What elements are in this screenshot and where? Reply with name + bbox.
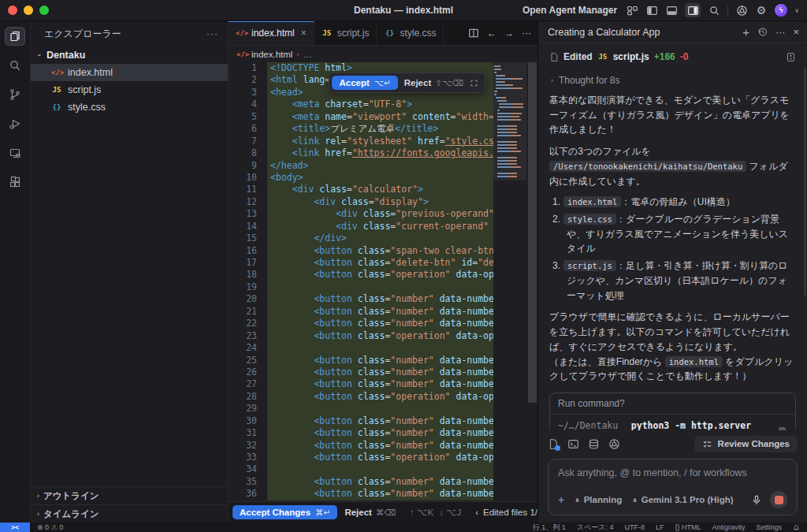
nav-back-icon[interactable]: ←	[487, 28, 496, 39]
settings-gear-icon[interactable]: ⚙	[755, 4, 768, 17]
zoom-window-button[interactable]	[39, 6, 49, 15]
terminal-icon[interactable]	[567, 438, 579, 450]
file-style.css[interactable]: {}style.css	[31, 99, 228, 116]
prev-change-button[interactable]: ↑ ⌥K	[410, 507, 433, 518]
file-script.js[interactable]: JSscript.js	[31, 81, 228, 99]
browser-preview-icon[interactable]	[608, 438, 620, 450]
conversation-scroll[interactable]: Edited JS script.js +166 -0 › Thought fo…	[538, 43, 807, 430]
statusbar-item[interactable]: スペース: 4	[577, 523, 614, 532]
model-selector[interactable]: ∧ Gemini 3.1 Pro (High)	[632, 495, 733, 504]
statusbar-item[interactable]: Settings	[756, 523, 782, 531]
run-debug-icon[interactable]	[5, 114, 25, 133]
review-changes-button[interactable]: Review Changes	[694, 436, 798, 452]
notifications-bell-icon[interactable]	[793, 524, 800, 531]
panel-scrollbar[interactable]	[804, 67, 806, 296]
new-conversation-icon[interactable]: +	[742, 25, 749, 39]
code-line: 5 <meta name="viewport" content="width=d…	[229, 111, 537, 123]
search-sidebar-icon[interactable]	[5, 56, 25, 75]
mode-selector[interactable]: ∧ Planning	[575, 495, 622, 504]
statusbar-item[interactable]: {} HTML	[675, 523, 701, 531]
remote-indicator[interactable]: ><	[0, 523, 30, 532]
close-window-button[interactable]	[8, 6, 17, 15]
close-tab-icon[interactable]: ×	[301, 28, 307, 39]
account-chevron-icon[interactable]: ∨	[794, 7, 799, 14]
code-line: 6 <title>プレミアム電卓</title>	[229, 123, 537, 135]
statusbar-item[interactable]: LF	[656, 523, 664, 531]
file-tree: › Dentaku </>index.htmlJSscript.js{}styl…	[31, 47, 228, 486]
browser-icon[interactable]	[735, 4, 748, 17]
file-index.html[interactable]: </>index.html	[31, 64, 228, 81]
panel-close-icon[interactable]: ×	[793, 26, 799, 38]
edited-file-row[interactable]: Edited JS script.js +166 -0	[549, 47, 796, 67]
search-icon[interactable]	[708, 4, 720, 17]
file-icon	[549, 52, 559, 62]
extensions-icon[interactable]	[5, 173, 25, 192]
toggle-bottom-panel-icon[interactable]	[665, 4, 678, 17]
remote-explorer-icon[interactable]	[5, 143, 25, 162]
code-line: 10<body>	[229, 172, 537, 184]
history-icon[interactable]	[757, 27, 768, 37]
source-control-icon[interactable]	[5, 85, 25, 104]
stop-button[interactable]	[770, 491, 787, 508]
file-context-icon[interactable]	[548, 438, 559, 450]
explorer-more-icon[interactable]: ···	[206, 28, 218, 39]
customize-layout-icon[interactable]	[626, 4, 638, 17]
js-file-icon: JS	[597, 53, 608, 61]
file-chip: script.js	[563, 260, 616, 271]
statusbar-item[interactable]: UTF-8	[624, 523, 645, 531]
code-line: 15 </div>	[229, 233, 537, 244]
accept-changes-button[interactable]: Accept Changes ⌘↵	[232, 505, 337, 519]
assistant-paragraph: 基本的な四則演算ができる、モダンで美しい「グラスモーフィズム（すりガラス風）デザ…	[549, 93, 796, 137]
editor-scrollbar[interactable]	[527, 62, 537, 501]
reject-changes-button[interactable]: Reject ⌘⌫	[344, 508, 396, 517]
microphone-icon[interactable]	[751, 494, 762, 506]
window-controls	[8, 6, 49, 15]
explorer-sidebar: エクスプローラー ··· › Dentaku </>index.htmlJSsc…	[31, 21, 229, 523]
activity-bar	[0, 21, 31, 523]
tab-index.html[interactable]: </>index.html×	[229, 21, 314, 45]
account-avatar[interactable]: ϟ	[775, 4, 787, 17]
problems-indicator[interactable]: ⊗ 0 ⚠ 0	[37, 523, 63, 531]
split-editor-icon[interactable]	[468, 28, 479, 39]
html-file-icon: </>	[236, 29, 247, 37]
code-line: 20 <button class="number" data-number>7<…	[229, 293, 537, 305]
lines-removed: -0	[680, 51, 689, 62]
folder-dentaku[interactable]: › Dentaku	[31, 47, 228, 64]
prev-file-icon[interactable]: ‹	[475, 508, 478, 517]
statusbar-item[interactable]: Antigravity	[712, 523, 745, 531]
expand-diff-icon[interactable]	[470, 79, 478, 87]
editor-more-icon[interactable]: ···	[522, 28, 531, 39]
code-line: 4 <meta charset="UTF-8">	[229, 99, 537, 110]
breadcrumb[interactable]: </> index.html › …	[229, 46, 537, 62]
code-line: 35 <button class="number" data-number>0<…	[229, 476, 537, 488]
panel-more-icon[interactable]: ···	[775, 27, 786, 38]
toggle-right-sidebar-icon[interactable]	[685, 3, 701, 17]
tab-script.js[interactable]: JSscript.js	[314, 21, 377, 45]
code-line: 36 <button class="number" data-number>.<…	[229, 488, 537, 500]
stack-icon[interactable]	[588, 438, 600, 450]
app-window: Dentaku — index.html Open Agent Manager	[0, 0, 807, 532]
next-change-button[interactable]: ↓ ⌥J	[439, 507, 461, 518]
thought-toggle[interactable]: › Thought for 8s	[551, 75, 796, 86]
chat-input[interactable]: Ask anything, @ to mention, / for workfl…	[558, 467, 787, 478]
minimize-window-button[interactable]	[24, 6, 33, 15]
code-editor[interactable]: 1<!DOCTYPE html>2<html lang="ja">3<head>…	[229, 62, 537, 501]
add-context-icon[interactable]: +	[558, 493, 564, 506]
conversation-title: Creating a Calculator App	[548, 27, 660, 38]
outline-section[interactable]: › アウトライン	[31, 486, 228, 504]
accept-diff-button[interactable]: Accept ⌥↵	[332, 76, 397, 90]
toggle-left-sidebar-icon[interactable]	[645, 4, 658, 17]
tab-style.css[interactable]: {}style.css	[377, 21, 444, 45]
explorer-icon[interactable]	[5, 27, 25, 46]
minimap[interactable]	[494, 65, 526, 179]
statusbar-item[interactable]: 行 1、列 1	[533, 523, 566, 532]
code-line: 23 <button class="operation" data-operat…	[229, 330, 537, 342]
reject-diff-button[interactable]: Reject ⇧⌥⌫	[404, 78, 463, 87]
nav-forward-icon[interactable]: →	[504, 28, 514, 39]
timeline-section[interactable]: › タイムライン	[31, 504, 228, 523]
open-agent-manager-button[interactable]: Open Agent Manager	[523, 5, 617, 16]
js-file-icon: JS	[51, 86, 62, 94]
copy-command-icon[interactable]	[778, 426, 787, 430]
open-diff-icon[interactable]	[786, 52, 796, 62]
code-line: 34	[229, 463, 537, 475]
